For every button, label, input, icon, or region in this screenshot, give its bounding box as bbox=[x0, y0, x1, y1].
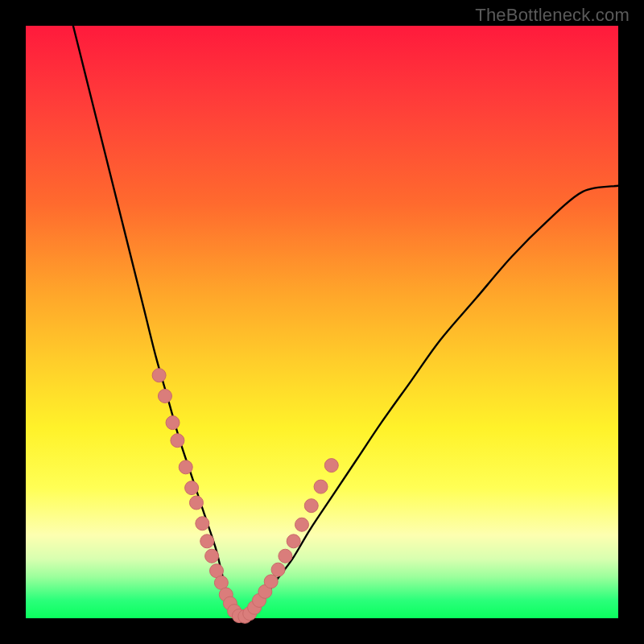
curve-dots bbox=[152, 369, 338, 624]
curve-dot bbox=[205, 549, 219, 563]
curve-dot bbox=[314, 480, 328, 493]
curve-dot bbox=[324, 459, 338, 473]
curve-dot bbox=[171, 434, 184, 448]
curve-dot bbox=[185, 481, 199, 495]
curve-dot bbox=[158, 390, 171, 403]
curve-dot bbox=[264, 575, 278, 588]
curve-dot bbox=[179, 460, 192, 474]
plot-area bbox=[26, 26, 618, 618]
chart-overlay bbox=[26, 26, 618, 618]
curve-dot bbox=[189, 496, 203, 510]
curve-dot bbox=[200, 535, 214, 548]
curve-dot bbox=[279, 549, 292, 563]
curve-dot bbox=[196, 517, 209, 530]
watermark-text: TheBottleneck.com bbox=[475, 5, 630, 26]
chart-frame: TheBottleneck.com bbox=[0, 0, 644, 644]
curve-dot bbox=[295, 518, 308, 531]
curve-dot bbox=[304, 499, 318, 513]
curve-dot bbox=[271, 563, 285, 576]
bottleneck-curve bbox=[73, 26, 618, 619]
curve-dot bbox=[166, 416, 180, 430]
curve-dot bbox=[287, 535, 300, 548]
curve-dot bbox=[152, 369, 166, 382]
